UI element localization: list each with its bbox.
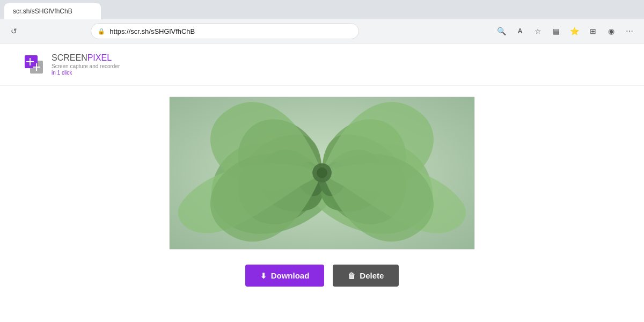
- search-button[interactable]: 🔍: [494, 23, 510, 39]
- reader-button[interactable]: ▤: [548, 23, 565, 39]
- delete-button[interactable]: 🗑 Delete: [333, 265, 399, 287]
- logo-tagline-line1: Screen capture and recorder: [52, 63, 120, 69]
- svg-point-8: [317, 167, 327, 178]
- lock-icon: 🔒: [98, 28, 105, 35]
- svg-rect-5: [33, 67, 40, 68]
- extensions-button[interactable]: ⊞: [585, 23, 601, 39]
- browser-right-icons: 🔍 A ☆ ▤ ⭐ ⊞ ◉ ⋯: [494, 23, 638, 39]
- flower-image: [170, 97, 474, 249]
- site-header: SCREENPIXEL Screen capture and recorder …: [0, 43, 644, 86]
- font-icon: A: [518, 27, 523, 35]
- logo-container: SCREENPIXEL Screen capture and recorder …: [21, 52, 120, 77]
- reader-icon: ▤: [553, 27, 560, 35]
- more-button[interactable]: ⋯: [621, 23, 638, 39]
- delete-label: Delete: [360, 271, 384, 280]
- logo-text-block: SCREENPIXEL Screen capture and recorder …: [52, 53, 120, 76]
- extensions-icon: ⊞: [590, 27, 596, 35]
- bookmark-icon: ⭐: [570, 27, 579, 35]
- more-icon: ⋯: [626, 27, 633, 35]
- reload-button[interactable]: ↺: [6, 24, 21, 39]
- logo-icon: [21, 52, 46, 77]
- browser-chrome: scr.sh/sSHGlVfhChB ↺ 🔒 https://scr.sh/sS…: [0, 0, 644, 43]
- download-button[interactable]: ⬇ Download: [245, 265, 325, 287]
- font-button[interactable]: A: [512, 23, 528, 39]
- tab-label: scr.sh/sSHGlVfhChB: [13, 8, 72, 15]
- address-bar[interactable]: 🔒 https://scr.sh/sSHGlVfhChB: [91, 23, 359, 39]
- star-icon: ☆: [535, 27, 541, 35]
- bookmark-button[interactable]: ⭐: [567, 23, 583, 39]
- favorites-button[interactable]: ☆: [530, 23, 546, 39]
- logo-name: SCREENPIXEL: [52, 53, 120, 63]
- download-icon: ⬇: [260, 272, 267, 280]
- browser-toolbar: ↺ 🔒 https://scr.sh/sSHGlVfhChB 🔍 A ☆ ▤ ⭐: [0, 19, 644, 43]
- page-content: SCREENPIXEL Screen capture and recorder …: [0, 43, 644, 319]
- search-icon: 🔍: [497, 27, 506, 35]
- reload-icon: ↺: [11, 27, 17, 35]
- svg-rect-3: [26, 61, 34, 62]
- logo-tagline-line2: in 1 click: [52, 70, 72, 76]
- buttons-row: ⬇ Download 🗑 Delete: [245, 265, 399, 287]
- browser-tab-bar: scr.sh/sSHGlVfhChB: [0, 0, 644, 19]
- download-label: Download: [271, 271, 310, 280]
- logo-name-screen: SCREEN: [52, 53, 87, 62]
- screenshot-container: [169, 97, 475, 250]
- browser-tab[interactable]: scr.sh/sSHGlVfhChB: [4, 3, 101, 19]
- delete-icon: 🗑: [348, 272, 355, 280]
- profile-icon: ◉: [608, 27, 614, 35]
- logo-name-pixel: PIXEL: [87, 53, 112, 62]
- profile-button[interactable]: ◉: [603, 23, 619, 39]
- logo-tagline: Screen capture and recorder in 1 click: [52, 63, 120, 76]
- url-text: https://scr.sh/sSHGlVfhChB: [109, 27, 195, 35]
